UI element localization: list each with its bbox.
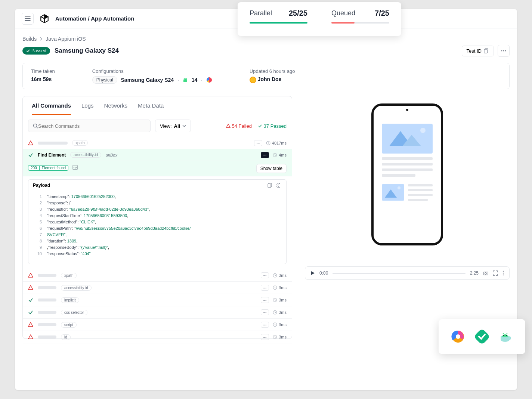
command-row[interactable]: script•••3ms <box>23 319 292 331</box>
android-icon <box>183 77 188 83</box>
updated-label: Updated 6 hours ago <box>250 68 295 74</box>
test-id-button[interactable]: Test ID <box>462 46 494 56</box>
meta-card: Time taken 16m 59s Configurations Physic… <box>22 63 510 89</box>
svg-point-28 <box>503 273 504 273</box>
svg-point-29 <box>503 275 504 275</box>
command-row[interactable]: id•••3ms <box>23 331 292 343</box>
kebab-icon[interactable] <box>502 270 504 276</box>
command-name: Find Element <box>38 152 66 158</box>
locator-chip: accessibility id <box>61 285 92 291</box>
locator-chip: id <box>61 334 71 340</box>
queued-value: 7/25 <box>375 9 389 18</box>
fullscreen-icon[interactable] <box>493 270 498 276</box>
tab-meta-data[interactable]: Meta Data <box>138 102 164 115</box>
check-icon <box>28 152 33 158</box>
command-row[interactable]: implicit•••3ms <box>23 294 292 306</box>
video-player: 0:00 2:25 <box>305 266 510 280</box>
passed-count: 37 Passed <box>258 123 287 129</box>
check-icon <box>258 124 262 128</box>
code-block: 1"timestamp": 1705665601625252000,2 "res… <box>28 191 286 264</box>
avatar <box>250 77 256 83</box>
row-more[interactable]: ••• <box>261 322 269 328</box>
svg-point-5 <box>184 80 185 80</box>
sub-breadcrumb: Builds Java Appium iOS <box>22 36 510 42</box>
time-label: Time taken <box>31 68 55 74</box>
copy-icon <box>484 48 489 53</box>
camera-icon[interactable] <box>483 270 488 276</box>
tab-logs[interactable]: Logs <box>81 102 94 115</box>
svg-rect-1 <box>484 49 487 53</box>
more-actions-button[interactable] <box>498 45 510 57</box>
svg-point-35 <box>503 335 504 336</box>
tab-all-commands[interactable]: All Commands <box>32 102 71 115</box>
locator-chip: accessibility-id <box>70 152 101 158</box>
row-more[interactable]: ••• <box>261 152 269 158</box>
svg-point-36 <box>506 335 507 336</box>
alert-icon <box>28 140 33 146</box>
hamburger-icon <box>25 16 31 21</box>
ellipsis-icon <box>501 50 506 52</box>
view-dropdown[interactable]: View:All <box>155 120 191 132</box>
locator-chip: xpath <box>72 140 88 146</box>
locator-chip: implicit <box>61 297 79 303</box>
svg-rect-32 <box>474 329 489 344</box>
parallel-label: Parallel <box>250 9 272 17</box>
session-title: Samsung Galaxy S24 <box>55 47 119 55</box>
failed-count: 54 Failed <box>226 123 252 129</box>
payload-label: Payload <box>33 183 50 188</box>
row-more[interactable]: ••• <box>261 272 269 278</box>
svg-point-3 <box>503 50 504 52</box>
locator-chip: xpath <box>61 273 77 278</box>
chevron-down-icon <box>182 125 186 127</box>
search-commands[interactable] <box>28 120 151 132</box>
svg-point-8 <box>34 124 37 127</box>
row-more[interactable]: ••• <box>261 334 269 340</box>
row-more[interactable]: ••• <box>261 309 269 315</box>
svg-point-26 <box>485 273 487 275</box>
play-icon[interactable] <box>310 271 315 275</box>
alert-icon <box>226 124 231 128</box>
total-time: 2:25 <box>470 270 479 276</box>
svg-point-22 <box>420 128 426 133</box>
tab-networks[interactable]: Networks <box>104 102 128 115</box>
clock-icon <box>266 141 270 145</box>
show-table-button[interactable]: Show table <box>256 164 287 173</box>
svg-point-27 <box>503 271 504 272</box>
physical-chip: Physical <box>92 76 117 84</box>
clock-icon <box>273 153 277 157</box>
svg-rect-13 <box>268 184 271 188</box>
user-name: John Doe <box>258 76 282 82</box>
seek-bar[interactable] <box>332 273 465 274</box>
command-row-selected[interactable]: Find Element accessibility-id urlBox •••… <box>23 149 292 161</box>
svg-point-4 <box>505 50 506 52</box>
command-row[interactable]: xpath ••• 4017ms <box>23 137 292 149</box>
framework-card <box>439 319 525 354</box>
row-more[interactable]: ••• <box>261 285 269 291</box>
browser-icon <box>206 77 212 83</box>
copy-icon[interactable] <box>267 183 273 188</box>
menu-button[interactable] <box>22 13 34 25</box>
moon-icon[interactable] <box>276 183 282 188</box>
image-icon[interactable] <box>72 165 78 170</box>
row-more[interactable]: ••• <box>261 297 269 303</box>
os-version: 14 <box>192 77 198 83</box>
row-more[interactable]: ••• <box>254 140 262 146</box>
time-value: 16m 59s <box>31 76 55 82</box>
search-input[interactable] <box>38 123 146 129</box>
selector-value: urlBox <box>106 153 117 157</box>
command-row[interactable]: accessibility id•••3ms <box>23 282 292 294</box>
command-row[interactable]: css selector•••3ms <box>23 306 292 319</box>
parallel-value: 25/25 <box>289 9 307 18</box>
status-badge: Passed <box>22 47 50 55</box>
locator-chip: css selector <box>61 310 87 315</box>
breadcrumb: Automation / App Automation <box>55 15 134 22</box>
chevron-right-icon <box>40 37 43 41</box>
command-row[interactable]: xpath•••3ms <box>23 269 292 282</box>
command-expanded: 200Element found Show table <box>23 161 292 176</box>
queue-card: Parallel25/25 Queued7/25 <box>238 2 401 36</box>
check-icon <box>26 49 30 53</box>
search-icon <box>33 123 38 129</box>
builds-link[interactable]: Builds <box>22 36 37 42</box>
svg-point-6 <box>186 80 186 80</box>
appium-icon <box>451 329 466 344</box>
